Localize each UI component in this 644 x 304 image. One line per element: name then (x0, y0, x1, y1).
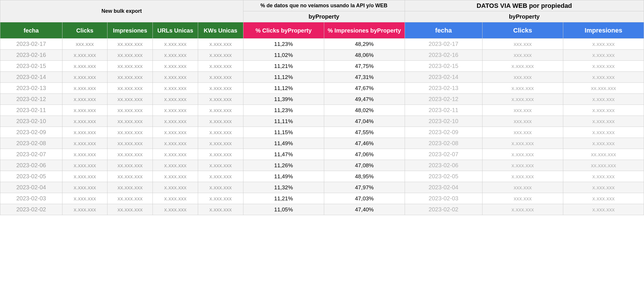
cell-pct-clicks: 11,49% (243, 138, 324, 149)
cell-pct-impresiones: 48,95% (324, 171, 405, 182)
cell-fecha-web: 2023-02-13 (405, 83, 482, 94)
cell-fecha-web: 2023-02-11 (405, 105, 482, 116)
cell-clicks-bulk: x.xxx.xxx (62, 83, 107, 94)
cell-pct-clicks: 11,12% (243, 83, 324, 94)
table-row: 2023-02-15x.xxx.xxxxx.xxx.xxxx.xxx.xxxx.… (0, 61, 644, 72)
cell-kws-unicas: x.xxx.xxx (198, 193, 243, 204)
cell-clicks-web: x.xxx.xxx (482, 61, 563, 72)
cell-impresiones-web: x.xxx.xxx (563, 94, 644, 105)
cell-kws-unicas: x.xxx.xxx (198, 171, 243, 182)
cell-fecha-bulk: 2023-02-15 (0, 61, 62, 72)
cell-impresiones-web: x.xxx.xxx (563, 72, 644, 83)
cell-impresiones-bulk: xx.xxx.xxx (107, 94, 153, 105)
cell-kws-unicas: x.xxx.xxx (198, 204, 243, 215)
cell-impresiones-bulk: xx.xxx.xxx (107, 50, 153, 61)
cell-kws-unicas: x.xxx.xxx (198, 50, 243, 61)
cell-pct-clicks: 11,05% (243, 204, 324, 215)
cell-impresiones-web: x.xxx.xxx (563, 105, 644, 116)
cell-pct-clicks: 11,26% (243, 160, 324, 171)
cell-impresiones-web: x.xxx.xxx (563, 39, 644, 50)
cell-clicks-bulk: x.xxx.xxx (62, 182, 107, 193)
col-header-clicks-web: Clicks (482, 22, 563, 39)
table-row: 2023-02-09x.xxx.xxxxx.xxx.xxxx.xxx.xxxx.… (0, 127, 644, 138)
cell-fecha-web: 2023-02-03 (405, 193, 482, 204)
cell-kws-unicas: x.xxx.xxx (198, 182, 243, 193)
cell-fecha-web: 2023-02-16 (405, 50, 482, 61)
col-header-pct-clicks: % Clicks byProperty (243, 22, 324, 39)
cell-urls-unicas: x.xxx.xxx (153, 50, 198, 61)
table-row: 2023-02-11x.xxx.xxxxx.xxx.xxxx.xxx.xxxx.… (0, 105, 644, 116)
cell-urls-unicas: x.xxx.xxx (153, 204, 198, 215)
cell-urls-unicas: x.xxx.xxx (153, 127, 198, 138)
cell-impresiones-bulk: xx.xxx.xxx (107, 116, 153, 127)
table-row: 2023-02-05x.xxx.xxxxx.xxx.xxxx.xxx.xxxx.… (0, 171, 644, 182)
cell-pct-clicks: 11,32% (243, 182, 324, 193)
cell-clicks-bulk: x.xxx.xxx (62, 204, 107, 215)
cell-urls-unicas: x.xxx.xxx (153, 160, 198, 171)
cell-urls-unicas: x.xxx.xxx (153, 39, 198, 50)
section-sub-pct: byProperty (243, 11, 405, 22)
cell-impresiones-web: x.xxx.xxx (563, 138, 644, 149)
cell-pct-impresiones: 48,02% (324, 105, 405, 116)
table-row: 2023-02-03x.xxx.xxxxx.xxx.xxxx.xxx.xxxx.… (0, 193, 644, 204)
cell-clicks-web: xxx.xxx (482, 182, 563, 193)
cell-urls-unicas: x.xxx.xxx (153, 94, 198, 105)
section-sub-web: byProperty (405, 11, 644, 22)
table-row: 2023-02-13x.xxx.xxxxx.xxx.xxxx.xxx.xxxx.… (0, 83, 644, 94)
cell-fecha-web: 2023-02-05 (405, 171, 482, 182)
cell-fecha-bulk: 2023-02-12 (0, 94, 62, 105)
cell-pct-clicks: 11,02% (243, 50, 324, 61)
cell-kws-unicas: x.xxx.xxx (198, 138, 243, 149)
cell-clicks-web: x.xxx.xxx (482, 160, 563, 171)
cell-clicks-web: x.xxx.xxx (482, 204, 563, 215)
cell-fecha-web: 2023-02-17 (405, 39, 482, 50)
cell-clicks-web: x.xxx.xxx (482, 138, 563, 149)
cell-pct-impresiones: 47,03% (324, 193, 405, 204)
cell-impresiones-bulk: xx.xxx.xxx (107, 193, 153, 204)
col-header-fecha-web: fecha (405, 22, 482, 39)
cell-impresiones-bulk: xx.xxx.xxx (107, 182, 153, 193)
cell-fecha-bulk: 2023-02-17 (0, 39, 62, 50)
cell-kws-unicas: x.xxx.xxx (198, 149, 243, 160)
cell-fecha-bulk: 2023-02-07 (0, 149, 62, 160)
table-row: 2023-02-12x.xxx.xxxxx.xxx.xxxx.xxx.xxxx.… (0, 94, 644, 105)
cell-clicks-web: xxx.xxx (482, 116, 563, 127)
comparison-table: New bulk export % de datos que no veíamo… (0, 0, 644, 215)
cell-fecha-bulk: 2023-02-14 (0, 72, 62, 83)
cell-clicks-web: x.xxx.xxx (482, 149, 563, 160)
cell-impresiones-bulk: xx.xxx.xxx (107, 160, 153, 171)
cell-pct-clicks: 11,39% (243, 94, 324, 105)
cell-fecha-bulk: 2023-02-11 (0, 105, 62, 116)
cell-pct-clicks: 11,11% (243, 116, 324, 127)
cell-impresiones-bulk: xx.xxx.xxx (107, 171, 153, 182)
col-header-kws-unicas: KWs Unicas (198, 22, 243, 39)
cell-impresiones-bulk: xx.xxx.xxx (107, 105, 153, 116)
cell-pct-impresiones: 47,97% (324, 182, 405, 193)
cell-urls-unicas: x.xxx.xxx (153, 138, 198, 149)
cell-pct-impresiones: 47,06% (324, 149, 405, 160)
cell-impresiones-web: x.xxx.xxx (563, 193, 644, 204)
cell-kws-unicas: x.xxx.xxx (198, 83, 243, 94)
cell-impresiones-bulk: xx.xxx.xxx (107, 39, 153, 50)
cell-clicks-bulk: x.xxx.xxx (62, 94, 107, 105)
table-body: 2023-02-17xxx.xxxxx.xxx.xxxx.xxx.xxxx.xx… (0, 39, 644, 215)
cell-clicks-web: xxx.xxx (482, 39, 563, 50)
cell-clicks-bulk: x.xxx.xxx (62, 160, 107, 171)
table-row: 2023-02-16x.xxx.xxxxx.xxx.xxxx.xxx.xxxx.… (0, 50, 644, 61)
cell-impresiones-web: xx.xxx.xxx (563, 149, 644, 160)
cell-urls-unicas: x.xxx.xxx (153, 105, 198, 116)
cell-pct-impresiones: 47,46% (324, 138, 405, 149)
cell-pct-impresiones: 47,31% (324, 72, 405, 83)
cell-clicks-web: xxx.xxx (482, 72, 563, 83)
cell-fecha-web: 2023-02-15 (405, 61, 482, 72)
col-header-impresiones-web: Impresiones (563, 22, 644, 39)
cell-pct-impresiones: 47,75% (324, 61, 405, 72)
cell-clicks-web: x.xxx.xxx (482, 171, 563, 182)
table-row: 2023-02-02x.xxx.xxxxx.xxx.xxxx.xxx.xxxx.… (0, 204, 644, 215)
cell-impresiones-web: x.xxx.xxx (563, 127, 644, 138)
section-title-web: DATOS VIA WEB por propiedad (405, 0, 644, 11)
cell-clicks-bulk: x.xxx.xxx (62, 105, 107, 116)
cell-pct-clicks: 11,23% (243, 105, 324, 116)
cell-clicks-bulk: x.xxx.xxx (62, 61, 107, 72)
col-header-pct-impresiones: % Impresiones byProperty (324, 22, 405, 39)
